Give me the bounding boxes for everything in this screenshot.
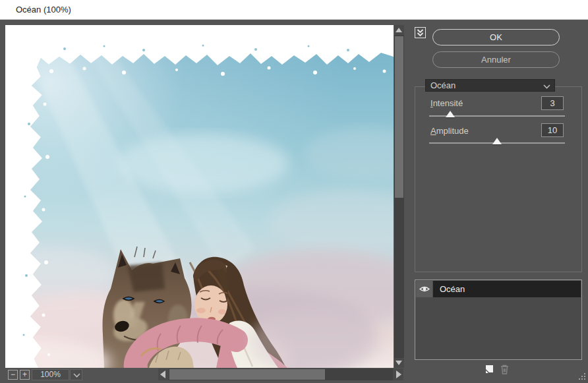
dialog-body: − + 100% OK Annuler Océan Intensité Ampl… [0, 20, 588, 383]
collapse-panel-button[interactable] [415, 27, 426, 38]
trash-icon [498, 363, 511, 376]
scroll-down-button[interactable] [394, 358, 404, 368]
effect-layer-row[interactable]: Océan [416, 281, 581, 297]
dialog-title-bar: Océan (100%) [0, 0, 588, 20]
zoom-level-value[interactable]: 100% [32, 369, 69, 380]
window-resize-grip[interactable] [579, 373, 588, 382]
layer-visibility-toggle[interactable] [416, 281, 432, 297]
effect-layers-list: Océan [415, 280, 582, 360]
new-effect-layer-icon [483, 363, 495, 376]
scroll-right-button[interactable] [393, 368, 403, 380]
filter-select-dropdown[interactable]: Océan [425, 79, 555, 92]
eye-icon [419, 285, 430, 293]
arrow-down-icon [396, 361, 402, 365]
amplitude-label-accelerator: A [430, 126, 436, 136]
arrow-right-icon [396, 370, 401, 378]
preview-artwork [5, 25, 394, 368]
new-effect-layer-button[interactable] [483, 363, 495, 376]
intensity-label-rest: ntensité [433, 98, 463, 108]
ok-button[interactable]: OK [432, 29, 560, 45]
chevron-down-icon [543, 84, 550, 89]
cancel-button[interactable]: Annuler [432, 51, 560, 68]
amplitude-slider-thumb[interactable] [492, 138, 502, 144]
intensity-value-input[interactable] [541, 96, 564, 110]
vertical-scrollbar-thumb[interactable] [395, 36, 403, 198]
dialog-title: Océan (100%) [16, 5, 71, 15]
horizontal-scrollbar-thumb[interactable] [169, 369, 325, 380]
scroll-left-button[interactable] [158, 368, 169, 380]
delete-effect-layer-button[interactable] [498, 363, 511, 376]
zoom-level-dropdown-button[interactable] [70, 369, 82, 380]
amplitude-label: Amplitude [430, 126, 469, 136]
intensity-label: Intensité [430, 98, 463, 108]
chevron-down-icon [73, 373, 80, 378]
double-chevron-down-icon [415, 28, 425, 38]
filter-preview-canvas[interactable] [5, 25, 394, 368]
filter-settings-group [415, 86, 582, 272]
preview-vertical-scrollbar[interactable] [394, 25, 404, 368]
arrow-up-icon [396, 28, 402, 32]
preview-horizontal-scrollbar[interactable] [158, 368, 403, 380]
scroll-up-button[interactable] [394, 25, 404, 35]
filter-select-value: Océan [430, 80, 456, 90]
arrow-left-icon [160, 370, 165, 378]
amplitude-label-rest: mplitude [436, 126, 469, 136]
intensity-slider-thumb[interactable] [446, 111, 455, 117]
zoom-in-button[interactable]: + [20, 370, 30, 380]
effect-layer-name: Océan [433, 281, 581, 297]
amplitude-value-input[interactable] [541, 123, 564, 137]
zoom-out-button[interactable]: − [8, 370, 18, 380]
